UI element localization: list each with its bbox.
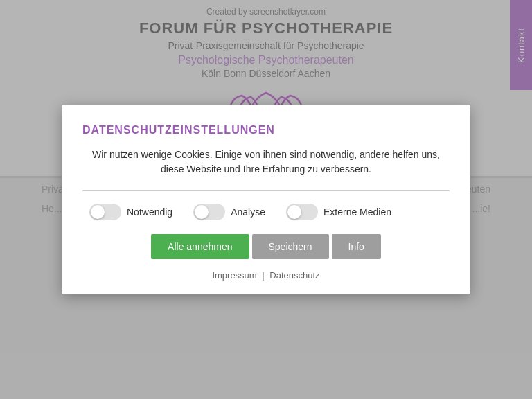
- cookie-consent-modal: DATENSCHUTZEINSTELLUNGEN Wir nutzen weni…: [62, 105, 470, 294]
- footer-separator: |: [262, 270, 264, 281]
- toggle-notwendig[interactable]: [89, 204, 121, 220]
- impressum-link[interactable]: Impressum: [212, 270, 256, 281]
- modal-overlay: DATENSCHUTZEINSTELLUNGEN Wir nutzen weni…: [0, 0, 532, 399]
- datenschutz-link[interactable]: Datenschutz: [269, 270, 319, 281]
- toggle-externe[interactable]: [286, 204, 318, 220]
- toggle-item-analyse[interactable]: Analyse: [193, 204, 265, 220]
- button-row: Alle annehmen Speichern Info: [82, 234, 450, 259]
- modal-description: Wir nutzen wenige Cookies. Einige von ih…: [82, 148, 450, 177]
- modal-divider: [82, 190, 450, 191]
- modal-footer: Impressum | Datenschutz: [82, 270, 450, 281]
- toggle-row: Notwendig Analyse Externe Medien: [82, 204, 450, 220]
- toggle-externe-label: Externe Medien: [323, 206, 391, 218]
- toggle-analyse-knob: [195, 205, 209, 219]
- toggle-analyse[interactable]: [193, 204, 225, 220]
- info-button[interactable]: Info: [332, 234, 381, 259]
- toggle-notwendig-label: Notwendig: [127, 206, 172, 218]
- toggle-analyse-label: Analyse: [231, 206, 265, 218]
- toggle-notwendig-knob: [91, 205, 105, 219]
- toggle-item-notwendig[interactable]: Notwendig: [89, 204, 172, 220]
- save-button[interactable]: Speichern: [252, 234, 329, 259]
- toggle-externe-knob: [287, 205, 301, 219]
- modal-title: DATENSCHUTZEINSTELLUNGEN: [82, 124, 450, 136]
- toggle-item-externe[interactable]: Externe Medien: [286, 204, 391, 220]
- accept-all-button[interactable]: Alle annehmen: [151, 234, 249, 259]
